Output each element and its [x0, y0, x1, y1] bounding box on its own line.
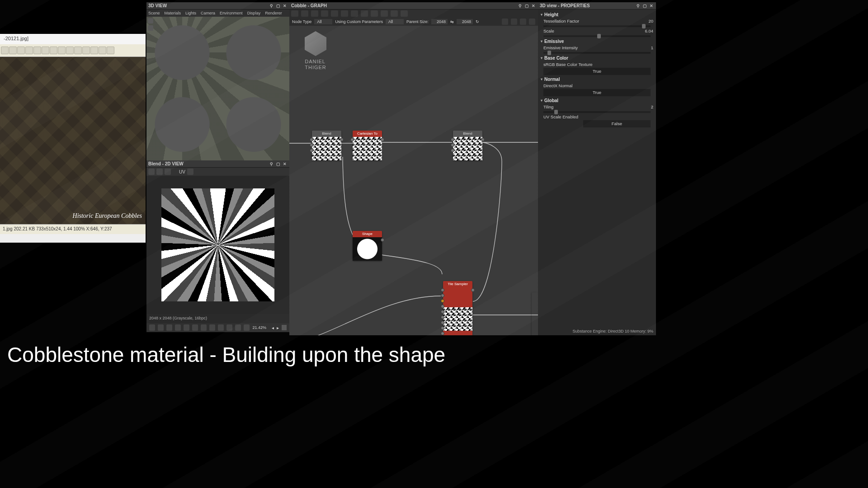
close-icon[interactable]: ✕	[282, 3, 288, 9]
info-icon[interactable]	[218, 324, 224, 331]
menu-environment[interactable]: Environment	[220, 11, 243, 15]
maximize-icon[interactable]: ▢	[642, 3, 647, 9]
channel-b-icon[interactable]	[175, 324, 181, 331]
section-height[interactable]: Height	[541, 12, 653, 17]
view3d-light-icon[interactable]	[148, 25, 153, 31]
node-blend-1[interactable]: Blend	[312, 131, 341, 160]
close-icon[interactable]: ✕	[649, 3, 654, 9]
fullscreen-icon[interactable]	[74, 47, 82, 54]
node-type-select[interactable]: All	[314, 19, 332, 24]
graph-align-icon[interactable]	[529, 19, 535, 25]
save-icon[interactable]	[82, 47, 90, 54]
pin-icon[interactable]: ⚲	[269, 161, 274, 167]
uvscale-toggle[interactable]: False	[583, 120, 651, 127]
node-shape[interactable]: Shape	[353, 231, 382, 261]
tessellation-slider[interactable]	[543, 25, 651, 27]
lock-icon[interactable]	[282, 325, 287, 330]
section-normal[interactable]: Normal	[541, 77, 653, 82]
maximize-icon[interactable]: ▢	[275, 161, 281, 167]
section-emissive[interactable]: Emissive	[541, 39, 653, 44]
menu-materials[interactable]: Materials	[165, 11, 181, 15]
scale-slider[interactable]	[543, 35, 651, 37]
refresh-icon[interactable]: ↻	[476, 19, 479, 24]
graph-layout-icon[interactable]	[371, 10, 378, 17]
prev-image-icon[interactable]	[50, 47, 57, 54]
channel-rgba-icon[interactable]	[149, 324, 155, 331]
image-viewer-canvas[interactable]: Historic European Cobbles	[0, 57, 146, 224]
menu-renderer[interactable]: Renderer	[265, 11, 282, 15]
arrow-left-icon[interactable]: ◂	[272, 325, 274, 330]
view3d-axis-icon[interactable]	[148, 18, 153, 23]
graph-grid-icon[interactable]	[511, 19, 517, 25]
menu-lights[interactable]: Lights	[185, 11, 196, 15]
close-icon[interactable]: ✕	[531, 3, 536, 9]
channel-r-icon[interactable]	[158, 324, 164, 331]
channel-g-icon[interactable]	[166, 324, 172, 331]
view3d-viewport[interactable]	[146, 17, 289, 160]
node-offscreen[interactable]	[532, 292, 538, 335]
slideshow-icon[interactable]	[66, 47, 74, 54]
node-tile-sampler[interactable]: Tile Sampler	[443, 281, 472, 335]
emissive-slider[interactable]	[543, 52, 651, 54]
lock-link-icon[interactable]: ⇆	[450, 19, 454, 24]
pin-icon[interactable]: ⚲	[269, 3, 274, 9]
next-image-icon[interactable]	[58, 47, 66, 54]
zoom-actual-icon[interactable]	[25, 47, 33, 54]
background-icon[interactable]	[244, 324, 250, 331]
graph-canvas[interactable]: DANIEL THIGER Blend Cartesian To Pol...	[289, 26, 538, 335]
delete-icon[interactable]	[107, 47, 114, 54]
channel-a-icon[interactable]	[184, 324, 189, 331]
rotate-left-icon[interactable]	[33, 47, 41, 54]
graph-frame-icon[interactable]	[361, 10, 368, 17]
graph-timing-icon[interactable]	[381, 10, 388, 17]
pick-icon[interactable]	[148, 169, 155, 175]
graph-highlight-icon[interactable]	[391, 10, 398, 17]
parent-size-width[interactable]: 2048	[431, 19, 448, 24]
arrow-right-icon[interactable]: ▸	[277, 325, 279, 330]
directx-normal-toggle[interactable]: True	[543, 89, 651, 96]
save-icon[interactable]	[156, 169, 163, 175]
graph-cut-icon[interactable]	[331, 10, 338, 17]
menu-camera[interactable]: Camera	[201, 11, 215, 15]
histogram-icon[interactable]	[192, 324, 198, 331]
section-base-color[interactable]: Base Color	[541, 56, 653, 61]
graph-menu-icon[interactable]	[291, 10, 298, 17]
custom-params-select[interactable]: All	[386, 19, 404, 24]
node-blend-2[interactable]: Blend	[453, 131, 482, 160]
zoom-in-icon[interactable]	[1, 47, 9, 54]
graph-save-icon[interactable]	[301, 10, 308, 17]
rotate-right-icon[interactable]	[42, 47, 49, 54]
copy-icon[interactable]	[165, 169, 171, 175]
grid-icon[interactable]	[209, 324, 215, 331]
panel-title-2d-view: Blend - 2D VIEW ⚲ ▢ ✕	[146, 160, 289, 168]
graph-pin-icon[interactable]	[401, 10, 408, 17]
menu-scene[interactable]: Scene	[148, 11, 160, 15]
graph-view-icon[interactable]	[502, 19, 508, 25]
uv-dropdown-icon[interactable]	[187, 169, 193, 175]
tiling-slider[interactable]	[543, 111, 651, 113]
parent-size-height[interactable]: 2048	[457, 19, 473, 24]
close-icon[interactable]: ✕	[282, 161, 288, 167]
maximize-icon[interactable]: ▢	[275, 3, 281, 9]
graph-snap-icon[interactable]	[520, 19, 526, 25]
graph-paste-icon[interactable]	[351, 10, 358, 17]
graph-redo-icon[interactable]	[321, 10, 328, 17]
zoom-out-icon[interactable]	[9, 47, 17, 54]
view2d-canvas[interactable]	[146, 176, 289, 314]
graph-copy-icon[interactable]	[341, 10, 348, 17]
pin-icon[interactable]: ⚲	[635, 3, 641, 9]
maximize-icon[interactable]: ▢	[524, 3, 529, 9]
copy-icon[interactable]	[90, 47, 98, 54]
zoom-fit-icon[interactable]	[17, 47, 25, 54]
menu-display[interactable]: Display	[247, 11, 261, 15]
node-cartesian-to-polar[interactable]: Cartesian To Pol...	[353, 131, 382, 160]
exposure-icon[interactable]	[226, 324, 232, 331]
print-icon[interactable]	[99, 47, 106, 54]
tile-icon[interactable]	[201, 324, 207, 331]
srgb-toggle[interactable]: True	[543, 68, 651, 75]
section-global[interactable]: Global	[541, 98, 653, 103]
pin-icon[interactable]: ⚲	[517, 3, 523, 9]
image-viewer-file-tab[interactable]: -20121.jpg]	[0, 34, 146, 44]
graph-undo-icon[interactable]	[311, 10, 318, 17]
gamma-icon[interactable]	[235, 324, 241, 331]
